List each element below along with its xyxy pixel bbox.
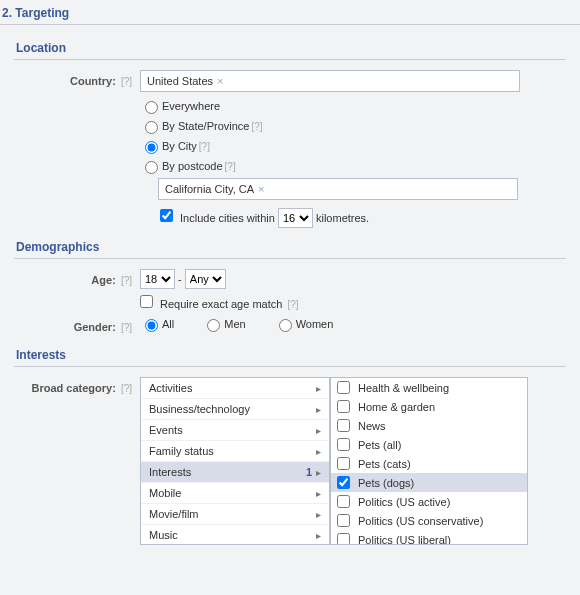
city-token-label: California City, CA [165,183,254,195]
check-item[interactable]: Pets (dogs) [331,473,527,492]
scope-state-radio[interactable] [145,121,158,134]
sub-checkbox[interactable] [337,533,350,545]
chevron-right-icon: ▸ [316,383,321,394]
list-item[interactable]: Movie/film▸ [141,504,329,525]
age-dash: - [178,273,182,285]
list-item[interactable]: Mobile▸ [141,483,329,504]
list-item-label: Music [149,529,178,541]
list-item[interactable]: Business/technology▸ [141,399,329,420]
scope-state-label: By State/Province [162,120,249,132]
gender-men-option[interactable]: Men [202,316,245,332]
gender-women-option[interactable]: Women [274,316,334,332]
sub-checkbox[interactable] [337,438,350,451]
subsection-interests-header: Interests [14,342,566,367]
list-item[interactable]: Family status▸ [141,441,329,462]
age-from-select[interactable]: 18 [140,269,175,289]
subcategory-list[interactable]: Health & wellbeing Home & garden News Pe… [330,377,528,545]
check-item-label: Pets (all) [358,439,401,451]
list-item[interactable]: Interests1▸ [141,462,329,483]
gender-women-label: Women [296,318,334,330]
check-item[interactable]: Home & garden [331,397,527,416]
gender-all-option[interactable]: All [140,316,174,332]
chevron-right-icon: ▸ [316,509,321,520]
scope-city-label: By City [162,140,197,152]
check-item[interactable]: Health & wellbeing [331,378,527,397]
sub-checkbox[interactable] [337,381,350,394]
radius-select[interactable]: 16 [278,208,313,228]
subsection-location-header: Location [14,35,566,60]
list-item-label: Movie/film [149,508,199,520]
check-item-label: Politics (US liberal) [358,534,451,546]
help-icon[interactable]: [?] [287,299,298,310]
exact-age-checkbox[interactable] [140,295,153,308]
count-badge: 1 [306,466,312,478]
list-item[interactable]: Events▸ [141,420,329,441]
help-icon[interactable]: [?] [121,322,132,333]
gender-all-label: All [162,318,174,330]
list-item-label: Mobile [149,487,181,499]
exact-age-label: Require exact age match [160,298,282,310]
help-icon[interactable]: [?] [121,383,132,394]
list-item-label: Business/technology [149,403,250,415]
include-after-label: kilometres. [316,212,369,224]
list-item-label: Events [149,424,183,436]
scope-everywhere-radio[interactable] [145,101,158,114]
category-list[interactable]: Activities▸ Business/technology▸ Events▸… [140,377,330,545]
check-item-label: Home & garden [358,401,435,413]
broad-category-label: Broad category: [31,382,115,394]
close-icon[interactable]: × [258,184,264,195]
check-item[interactable]: Politics (US conservative) [331,511,527,530]
check-item-label: Politics (US conservative) [358,515,483,527]
list-item[interactable]: Music▸ [141,525,329,545]
check-item-label: Pets (dogs) [358,477,414,489]
age-label: Age: [91,274,115,286]
city-input[interactable]: California City, CA × [158,178,518,200]
check-item[interactable]: Politics (US active) [331,492,527,511]
gender-men-radio[interactable] [207,319,220,332]
scope-postcode-label: By postcode [162,160,223,172]
check-item[interactable]: Politics (US liberal) [331,530,527,545]
check-item-label: Politics (US active) [358,496,450,508]
subsection-demographics-header: Demographics [14,234,566,259]
list-item[interactable]: Activities▸ [141,378,329,399]
check-item[interactable]: Pets (cats) [331,454,527,473]
close-icon[interactable]: × [217,76,223,87]
sub-checkbox[interactable] [337,495,350,508]
section-targeting-header: 2. Targeting [0,0,580,25]
scope-postcode-radio[interactable] [145,161,158,174]
help-icon[interactable]: [?] [225,161,236,172]
list-item-label: Interests [149,466,191,478]
gender-label: Gender: [74,321,116,333]
check-item-label: News [358,420,386,432]
help-icon[interactable]: [?] [251,121,262,132]
chevron-right-icon: ▸ [316,425,321,436]
chevron-right-icon: ▸ [316,404,321,415]
check-item[interactable]: News [331,416,527,435]
country-input[interactable]: United States × [140,70,520,92]
chevron-right-icon: ▸ [316,530,321,541]
check-item[interactable]: Pets (all) [331,435,527,454]
include-cities-checkbox[interactable] [160,209,173,222]
sub-checkbox[interactable] [337,457,350,470]
sub-checkbox[interactable] [337,400,350,413]
country-label: Country: [70,75,116,87]
list-item-label: Activities [149,382,192,394]
chevron-right-icon: ▸ [316,446,321,457]
help-icon[interactable]: [?] [121,76,132,87]
scope-city-radio[interactable] [145,141,158,154]
sub-checkbox[interactable] [337,419,350,432]
sub-checkbox[interactable] [337,476,350,489]
country-token[interactable]: United States × [147,75,223,87]
gender-women-radio[interactable] [279,319,292,332]
age-to-select[interactable]: Any [185,269,226,289]
sub-checkbox[interactable] [337,514,350,527]
gender-all-radio[interactable] [145,319,158,332]
help-icon[interactable]: [?] [199,141,210,152]
check-item-label: Pets (cats) [358,458,411,470]
gender-men-label: Men [224,318,245,330]
help-icon[interactable]: [?] [121,275,132,286]
chevron-right-icon: ▸ [316,488,321,499]
city-token[interactable]: California City, CA × [165,183,264,195]
include-before-label: Include cities within [180,212,275,224]
check-item-label: Health & wellbeing [358,382,449,394]
